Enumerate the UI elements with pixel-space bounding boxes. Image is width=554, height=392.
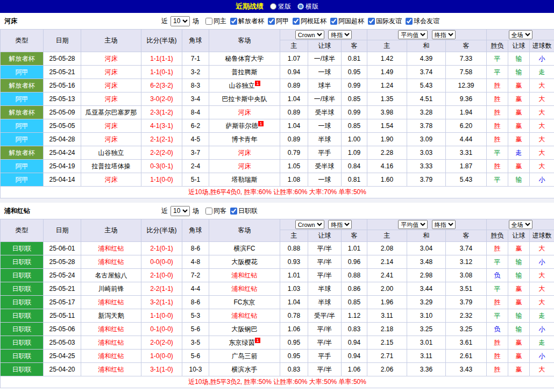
home-team[interactable]: 瓜亚基尔巴塞罗那 bbox=[81, 106, 141, 119]
home-team[interactable]: 名古屋鲸八 bbox=[81, 269, 141, 282]
layout-option-horizontal[interactable]: 横版 bbox=[297, 2, 318, 11]
away-team[interactable]: 东京绿茵1 bbox=[209, 336, 280, 350]
away-team[interactable]: 广岛三箭 bbox=[209, 350, 280, 363]
home-team[interactable]: 河床 bbox=[81, 52, 141, 66]
away-team[interactable]: 浦和红钻 bbox=[209, 269, 280, 282]
home-team[interactable]: 河床 bbox=[81, 79, 141, 92]
checkbox-input[interactable] bbox=[293, 18, 300, 25]
match-score[interactable]: 2-1(2-1) bbox=[141, 133, 182, 146]
average-odds-select[interactable]: 平均值 bbox=[398, 30, 428, 39]
match-score[interactable]: 2-1(0-1) bbox=[141, 242, 182, 255]
match-score[interactable]: 0-1(0-0) bbox=[141, 323, 182, 336]
filter-checkbox[interactable]: 日职联 bbox=[230, 206, 258, 216]
scope-select[interactable]: 全场 bbox=[509, 220, 532, 229]
home-team[interactable]: 河床 bbox=[81, 119, 141, 133]
away-team[interactable]: 秘鲁体育大学 bbox=[209, 52, 280, 66]
away-team[interactable]: 河床 bbox=[209, 160, 280, 173]
checkbox-input[interactable] bbox=[268, 18, 275, 25]
result-goals: 小 bbox=[530, 255, 554, 269]
avg-stage-select[interactable]: 终指 bbox=[432, 30, 456, 39]
filter-checkbox[interactable]: 阿国超杯 bbox=[330, 17, 364, 26]
home-team[interactable]: 河床 bbox=[81, 92, 141, 106]
home-team[interactable]: 浦和红钻 bbox=[81, 296, 141, 309]
away-team[interactable]: 浦和红钻 bbox=[209, 282, 280, 296]
away-team[interactable]: 浦和红钻 bbox=[209, 309, 280, 323]
away-team[interactable]: 博卡青年 bbox=[209, 133, 280, 146]
filter-checkbox[interactable]: 同主 bbox=[205, 17, 226, 26]
avg-stage-select[interactable]: 终指 bbox=[432, 220, 456, 229]
layout-option-vertical[interactable]: 竖版 bbox=[270, 2, 291, 11]
match-score[interactable]: 2-0(2-0) bbox=[141, 336, 182, 350]
home-team[interactable]: 拉普拉塔体操 bbox=[81, 160, 141, 173]
checkbox-input[interactable] bbox=[205, 18, 212, 25]
away-team[interactable]: 横滨FC bbox=[209, 242, 280, 255]
col-corner: 角球 bbox=[182, 30, 209, 52]
checkbox-input[interactable] bbox=[368, 18, 375, 25]
checkbox-input[interactable] bbox=[230, 208, 237, 215]
home-team[interactable]: 浦和红钻 bbox=[81, 255, 141, 269]
vertical-layout-radio[interactable] bbox=[270, 3, 276, 10]
scope-select[interactable]: 全场 bbox=[509, 30, 532, 39]
filter-checkbox[interactable]: 球会友谊 bbox=[406, 17, 439, 26]
away-team[interactable]: 山谷独立1 bbox=[209, 79, 280, 92]
average-odds-select[interactable]: 平均值 bbox=[398, 220, 428, 229]
match-score[interactable]: 6-2(3-2) bbox=[141, 79, 182, 92]
match-score[interactable]: 4-1(3-1) bbox=[141, 119, 182, 133]
away-team[interactable]: 河床 bbox=[209, 106, 280, 119]
match-score[interactable]: 0-0(0-0) bbox=[141, 255, 182, 269]
home-team[interactable]: 浦和红钻 bbox=[81, 350, 141, 363]
checkbox-input[interactable] bbox=[205, 208, 212, 215]
away-team[interactable]: FC东京 bbox=[209, 296, 280, 309]
filter-checkbox[interactable]: 解放者杯 bbox=[230, 17, 264, 26]
match-score[interactable]: 1-1(0-0) bbox=[141, 173, 182, 187]
home-team[interactable]: 浦和红钻 bbox=[81, 363, 141, 376]
match-score[interactable]: 3-2(1-1) bbox=[141, 296, 182, 309]
away-team[interactable]: 塔勒瑞斯 bbox=[209, 173, 280, 187]
match-score[interactable]: 3-0(2-0) bbox=[141, 92, 182, 106]
checkbox-input[interactable] bbox=[406, 18, 413, 25]
odds-stage-select[interactable]: 终指 bbox=[328, 30, 352, 39]
checkbox-input[interactable] bbox=[330, 18, 337, 25]
match-score[interactable]: 3-1(1-0) bbox=[141, 363, 182, 376]
match-score[interactable]: 2-2(2-0) bbox=[141, 146, 182, 160]
recent-count-select[interactable]: 10 bbox=[171, 206, 190, 216]
filter-checkbox[interactable]: 同客 bbox=[205, 206, 226, 216]
home-team[interactable]: 浦和红钻 bbox=[81, 336, 141, 350]
filter-checkbox[interactable]: 阿甲 bbox=[268, 17, 289, 26]
away-team[interactable]: 大阪樱花 bbox=[209, 255, 280, 269]
match-score[interactable]: 2-2(1-1) bbox=[141, 282, 182, 296]
filter-checkbox[interactable]: 阿根廷杯 bbox=[293, 17, 326, 26]
home-team[interactable]: 浦和红钻 bbox=[81, 323, 141, 336]
home-team[interactable]: 河床 bbox=[81, 173, 141, 187]
result-handicap: 赢 bbox=[508, 133, 530, 146]
away-team[interactable]: 横滨水手 bbox=[209, 363, 280, 376]
match-score[interactable]: 1-0(0-0) bbox=[141, 350, 182, 363]
away-team[interactable]: 普拉腾斯 bbox=[209, 66, 280, 79]
match-score[interactable]: 1-1(1-1) bbox=[141, 52, 182, 66]
recent-count-select[interactable]: 10 bbox=[171, 16, 190, 26]
home-team[interactable]: 河床 bbox=[81, 66, 141, 79]
match-score[interactable]: 1-1(0-0) bbox=[141, 309, 182, 323]
match-score[interactable]: 0-3(0-1) bbox=[141, 160, 182, 173]
home-team[interactable]: 浦和红钻 bbox=[81, 242, 141, 255]
summary-row: 近10场,胜6平4负0, 胜率:60% 让胜率:60% 大率:70% 单率:50… bbox=[1, 187, 554, 198]
horizontal-layout-radio[interactable] bbox=[297, 3, 304, 10]
filter-checkbox[interactable]: 国际友谊 bbox=[368, 17, 402, 26]
home-team[interactable]: 山谷独立 bbox=[81, 146, 141, 160]
match-score[interactable]: 2-1(0-0) bbox=[141, 269, 182, 282]
bookmaker-select[interactable]: Crown bbox=[295, 30, 324, 39]
crown-odds-group: Crown 终指 bbox=[280, 219, 367, 230]
away-team[interactable]: 萨斯菲尔德1 bbox=[209, 119, 280, 133]
away-team[interactable]: 河床 bbox=[209, 146, 280, 160]
home-team[interactable]: 河床 bbox=[81, 133, 141, 146]
home-team[interactable]: 新泻天鹅 bbox=[81, 309, 141, 323]
bookmaker-select[interactable]: Crown bbox=[295, 220, 324, 229]
result-outcome: 平 bbox=[487, 255, 508, 269]
home-team[interactable]: 川崎前锋 bbox=[81, 282, 141, 296]
match-score[interactable]: 1-1(0-1) bbox=[141, 66, 182, 79]
away-team[interactable]: 大阪钢巴 bbox=[209, 323, 280, 336]
checkbox-input[interactable] bbox=[230, 18, 237, 25]
away-team[interactable]: 巴拉卡斯中央队 bbox=[209, 92, 280, 106]
odds-stage-select[interactable]: 终指 bbox=[328, 220, 352, 229]
match-score[interactable]: 2-3(1-2) bbox=[141, 106, 182, 119]
